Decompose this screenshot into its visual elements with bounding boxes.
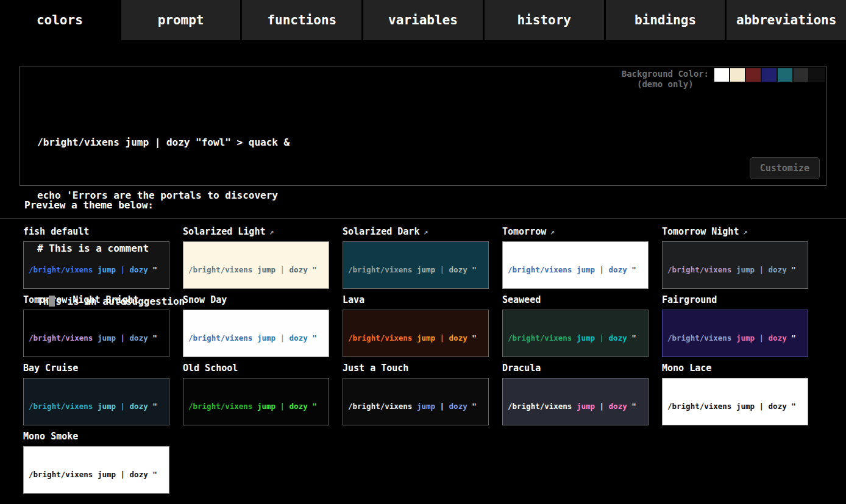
segment-quote: "	[467, 402, 477, 411]
background-swatch[interactable]	[761, 68, 777, 82]
segment-path: /bright/vixens	[188, 402, 252, 411]
tab-bindings[interactable]: bindings	[606, 0, 727, 40]
theme-name[interactable]: Mono Lace↗	[662, 363, 808, 375]
segment-dozy: dozy	[444, 402, 467, 411]
theme-preview[interactable]: /bright/vixens jump | dozy " echo 'Error…	[23, 378, 169, 425]
segment-quote: "	[148, 402, 157, 411]
theme-preview[interactable]: /bright/vixens jump | dozy " echo 'Error…	[23, 446, 169, 494]
segment-quote: "	[787, 402, 796, 411]
current-theme-preview: Background Color: (demo only) /bright/vi…	[20, 66, 826, 186]
theme-preview[interactable]: /bright/vixens jump | dozy " echo 'Error…	[183, 378, 329, 425]
background-swatch[interactable]	[793, 68, 809, 82]
background-color-label: Background Color: (demo only)	[622, 69, 709, 90]
segment-dozy: dozy	[604, 402, 627, 411]
segment-dozy: dozy	[285, 402, 308, 411]
autosuggestion-prefix: Th	[37, 296, 49, 307]
theme-preview[interactable]: /bright/vixens jump | dozy " echo 'Error…	[502, 378, 649, 425]
background-color-label-line2: (demo only)	[622, 79, 709, 90]
segment-path: /bright/vixens	[667, 402, 731, 411]
theme-card[interactable]: Mono Smoke↗ /bright/vixens jump | dozy "…	[23, 431, 169, 494]
tab-history[interactable]: history	[485, 0, 606, 40]
theme-name[interactable]: Just a Touch↗	[343, 363, 489, 375]
theme-card[interactable]: Bay Cruise↗ /bright/vixens jump | dozy "…	[23, 363, 169, 425]
theme-name-label: Bay Cruise	[23, 363, 78, 374]
theme-card[interactable]: Dracula↗ /bright/vixens jump | dozy " ec…	[502, 363, 649, 425]
background-swatch[interactable]	[714, 68, 730, 82]
sample-line-command: /bright/vixens jump | dozy "fowl" > quac…	[37, 133, 826, 151]
theme-preview[interactable]: /bright/vixens jump | dozy " echo 'Error…	[662, 378, 808, 425]
segment-jump: jump	[572, 402, 595, 411]
theme-name-label: Mono Smoke	[23, 431, 78, 442]
theme-name[interactable]: Mono Smoke↗	[23, 431, 169, 444]
theme-line-command: /bright/vixens jump | dozy "	[348, 402, 483, 412]
background-swatch[interactable]	[745, 68, 761, 82]
theme-name-label: Old School	[183, 363, 238, 374]
tab-abbreviations[interactable]: abbreviations	[727, 0, 846, 40]
background-swatch[interactable]	[809, 68, 825, 82]
autosuggestion-suffix: s is an autosuggestion	[55, 296, 185, 307]
cursor-block	[49, 296, 55, 307]
theme-card[interactable]: Mono Lace↗ /bright/vixens jump | dozy " …	[662, 363, 808, 425]
segment-quote: "	[627, 402, 636, 411]
tab-functions[interactable]: functions	[242, 0, 363, 40]
theme-name-label: Just a Touch	[343, 363, 408, 374]
sample-line-quote: echo 'Errors are the portals to discover…	[37, 186, 826, 204]
theme-name-label: Mono Lace	[662, 363, 711, 374]
segment-dozy: dozy	[125, 470, 148, 479]
tab-colors[interactable]: colors	[0, 0, 121, 40]
tab-bar: colors prompt functions variables histor…	[0, 0, 846, 40]
theme-line-command: /bright/vixens jump | dozy "	[29, 470, 164, 480]
segment-dozy: dozy	[125, 402, 148, 411]
sample-line-comment: # This is a comment	[37, 240, 826, 257]
segment-pipe: |	[435, 402, 444, 411]
segment-jump: jump	[412, 402, 435, 411]
tab-prompt[interactable]: prompt	[121, 0, 243, 40]
segment-path: /bright/vixens	[29, 470, 93, 479]
segment-jump: jump	[93, 470, 116, 479]
theme-name-label: Dracula	[502, 363, 541, 374]
segment-pipe: |	[595, 402, 604, 411]
segment-pipe: |	[755, 402, 764, 411]
segment-jump: jump	[93, 402, 116, 411]
theme-line-command: /bright/vixens jump | dozy "	[667, 402, 803, 412]
segment-quote: "	[148, 470, 157, 479]
background-color-label-line1: Background Color:	[622, 69, 709, 79]
segment-jump: jump	[252, 402, 275, 411]
theme-line-command: /bright/vixens jump | dozy "	[188, 402, 324, 412]
segment-path: /bright/vixens	[508, 402, 572, 411]
theme-line-command: /bright/vixens jump | dozy "	[508, 402, 643, 412]
customize-button[interactable]: Customize	[750, 157, 820, 179]
segment-dozy: dozy	[764, 402, 787, 411]
segment-quote: "	[308, 402, 317, 411]
background-swatch[interactable]	[777, 68, 793, 82]
theme-name[interactable]: Dracula↗	[502, 363, 649, 375]
theme-card[interactable]: Just a Touch↗ /bright/vixens jump | dozy…	[343, 363, 489, 425]
tab-variables[interactable]: variables	[363, 0, 485, 40]
terminal-sample: /bright/vixens jump | dozy "fowl" > quac…	[20, 66, 826, 346]
theme-card[interactable]: Old School↗ /bright/vixens jump | dozy "…	[183, 363, 329, 425]
theme-preview[interactable]: /bright/vixens jump | dozy " echo 'Error…	[343, 378, 489, 425]
segment-pipe: |	[275, 402, 285, 411]
theme-name[interactable]: Bay Cruise↗	[23, 363, 169, 375]
segment-jump: jump	[731, 402, 755, 411]
background-swatches	[714, 68, 825, 82]
theme-line-command: /bright/vixens jump | dozy "	[29, 402, 164, 412]
theme-name[interactable]: Old School↗	[183, 363, 329, 375]
segment-pipe: |	[116, 470, 125, 479]
segment-pipe: |	[116, 402, 125, 411]
background-swatch[interactable]	[730, 68, 745, 82]
segment-path: /bright/vixens	[348, 402, 412, 411]
segment-path: /bright/vixens	[29, 402, 93, 411]
sample-line-autosuggestion: Ths is an autosuggestion	[37, 293, 826, 310]
